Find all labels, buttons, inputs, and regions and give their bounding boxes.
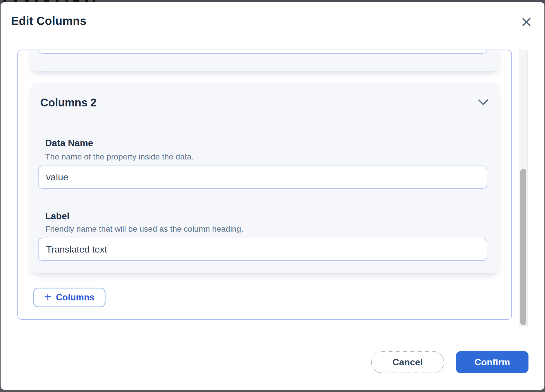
- modal-title: Edit Columns: [11, 14, 86, 28]
- close-icon: [522, 18, 531, 26]
- previous-section-card: [30, 50, 499, 71]
- close-button[interactable]: [518, 14, 535, 30]
- collapse-section-button[interactable]: [476, 96, 490, 109]
- cancel-button[interactable]: Cancel: [371, 351, 444, 373]
- label-input[interactable]: [38, 238, 487, 261]
- plus-icon: +: [44, 291, 51, 303]
- previous-section-input[interactable]: [38, 50, 487, 54]
- confirm-button[interactable]: Confirm: [456, 351, 528, 373]
- columns-list-container: Columns 2 Data Name The name of the prop…: [17, 50, 512, 320]
- section-card-columns-2: Columns 2 Data Name The name of the prop…: [30, 83, 499, 273]
- scrollbar-thumb[interactable]: [520, 169, 526, 325]
- background-artifact: [488, 389, 488, 392]
- background-artifact: [82, 389, 83, 392]
- label-label: Label: [45, 211, 70, 222]
- scrollbar-track[interactable]: [519, 50, 528, 327]
- add-columns-button[interactable]: + Columns: [33, 288, 106, 307]
- data-name-label: Data Name: [45, 138, 93, 148]
- screen: Edit Columns Columns 2: [0, 0, 545, 392]
- section-title: Columns 2: [40, 97, 97, 109]
- chevron-down-icon: [478, 99, 488, 106]
- edit-columns-modal: Edit Columns Columns 2: [1, 2, 544, 390]
- background-page-bottom: [0, 389, 545, 392]
- add-columns-label: Columns: [56, 292, 95, 303]
- background-artifact: [68, 389, 69, 392]
- data-name-description: The name of the property inside the data…: [45, 152, 194, 161]
- label-description: Friendly name that will be used as the c…: [45, 224, 243, 234]
- data-name-input[interactable]: [38, 166, 487, 189]
